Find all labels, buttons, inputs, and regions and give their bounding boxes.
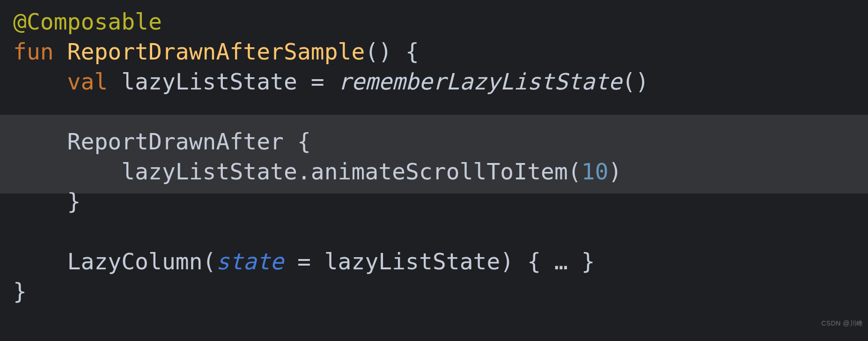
lambda-open: { [297,128,311,155]
named-param-state: state [216,248,284,274]
paren-close-lazy: ) [500,248,514,274]
lazy-body: { … } [514,248,595,274]
watermark-text: CSDN @川峰 [821,308,863,338]
brace-open: { [392,38,419,65]
code-block: @Composable fun ReportDrawnAfterSample()… [0,0,868,306]
paren-close-inner: ) [609,158,622,185]
variable-name: lazyListState [108,68,310,95]
function-name: ReportDrawnAfterSample [67,38,365,65]
brace-close: } [13,278,27,304]
call-lazycolumn: LazyColumn [67,248,203,274]
paren-pair: () [622,68,649,95]
paren-open: () [365,38,392,65]
number-literal: 10 [581,158,609,185]
dot: . [297,158,311,185]
equals-token: = [311,68,338,95]
obj-ref: lazyListState [121,158,297,185]
code-editor: @Composable fun ReportDrawnAfterSample()… [0,0,868,341]
lambda-close: } [67,188,81,215]
annotation-token: @Composable [13,8,162,35]
state-value: lazyListState [324,248,500,274]
call-rememberlazyliststate: rememberLazyListState [338,68,622,95]
keyword-fun: fun [13,38,54,65]
equals-state: = [284,248,324,274]
paren-open-lazy: ( [203,248,216,274]
paren-open-inner: ( [568,158,581,185]
call-animatescroll: animateScrollToItem [311,158,568,185]
call-reportdrawnafter: ReportDrawnAfter [67,128,297,155]
keyword-val: val [67,68,108,95]
